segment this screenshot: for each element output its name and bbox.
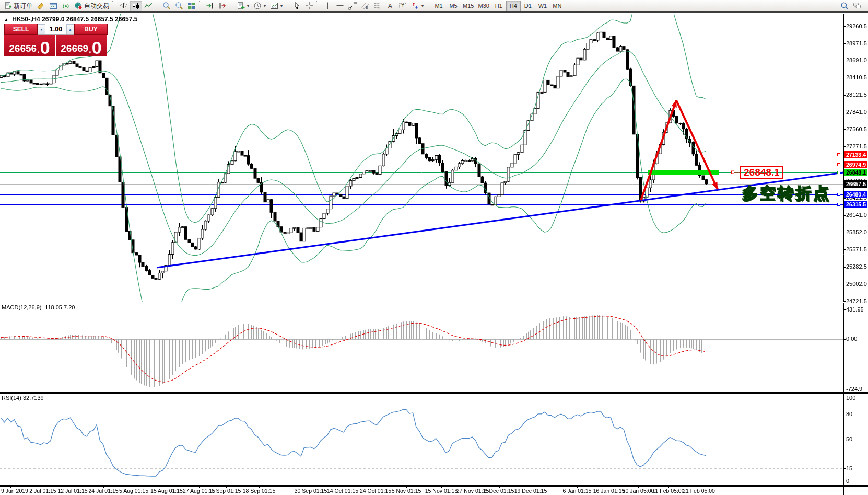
volume-input[interactable]: [45, 24, 66, 34]
time-label: 9 Dec 01:15: [485, 488, 514, 494]
time-label: 14 Oct 01:15: [327, 488, 358, 494]
chart-canvas[interactable]: [0, 0, 868, 495]
signals-icon: [62, 2, 70, 10]
svg-text:F: F: [379, 6, 381, 10]
chart-candles-icon: [132, 2, 140, 10]
time-label: 15 Nov 01:15: [425, 488, 458, 494]
time-label: 19 Dec 01:15: [514, 488, 547, 494]
price-annotation-box[interactable]: 26848.1: [740, 166, 783, 179]
new-order-button-label: 新订单: [14, 2, 32, 10]
timeframe-m15-button[interactable]: M15: [461, 1, 476, 11]
dropdown-arrow-icon: ▾: [421, 4, 424, 8]
timeframe-d1-button-label: D1: [524, 3, 532, 9]
chart-bars-icon: [119, 2, 127, 10]
volume-decrease-button[interactable]: ▼: [38, 24, 45, 34]
time-label: 18 Sep 01:15: [243, 488, 275, 494]
timeframe-w1-button[interactable]: W1: [535, 1, 550, 11]
hline-marker[interactable]: [837, 193, 840, 196]
fibonacci-button[interactable]: F: [371, 1, 384, 11]
turning-point-annotation: 多空转折点: [742, 183, 831, 204]
time-label: 21 Feb 05:00: [683, 488, 715, 494]
chart-candles-button[interactable]: [130, 1, 142, 11]
svg-text:A: A: [388, 2, 393, 10]
price-tick-label: 28691.0: [846, 57, 867, 63]
price-badge: 26315.5: [844, 201, 867, 208]
hline-marker[interactable]: [837, 171, 840, 174]
profiles-button[interactable]: [47, 1, 60, 11]
price-tick-label: 27841.0: [846, 109, 867, 115]
rsi-scale-label: 15: [846, 465, 852, 471]
timeframe-m5-button[interactable]: M5: [446, 1, 461, 11]
trendline-icon: [348, 2, 357, 10]
macd-scale-label: -724.9: [846, 386, 862, 392]
chart-line-button[interactable]: [142, 1, 155, 11]
chart-title: ▲ HK50-,H4 26799.0 26847.5 26657.5 26657…: [4, 16, 137, 23]
chat-icon: [853, 2, 861, 10]
timeframe-h4-button[interactable]: H4: [506, 1, 521, 11]
hline-marker[interactable]: [837, 153, 840, 156]
panel-separator[interactable]: [0, 485, 868, 487]
cursor-button[interactable]: [290, 1, 303, 11]
charts-profile-icon: [49, 2, 57, 10]
svg-text:T: T: [402, 3, 405, 8]
trendline-button[interactable]: [346, 1, 359, 11]
timeframe-m30-button[interactable]: M30: [476, 1, 491, 11]
chat-button[interactable]: [851, 1, 863, 11]
buy-button[interactable]: BUY: [74, 24, 108, 35]
panel-separator[interactable]: [0, 392, 868, 394]
timeframe-mn-button[interactable]: MN: [550, 1, 565, 11]
toolbar-separator: [156, 1, 158, 10]
timeframe-h1-button[interactable]: H1: [491, 1, 506, 11]
new-order-button[interactable]: 新订单: [2, 1, 34, 11]
price-badge: 26974.9: [844, 161, 867, 168]
price-tick-label: 28971.5: [846, 40, 867, 47]
indicators-button[interactable]: ▾: [234, 1, 251, 11]
cursor-icon: [292, 2, 301, 10]
zoom-in-button[interactable]: [160, 1, 173, 11]
rsi-indicator-label: RSI(14) 32.7139: [2, 395, 44, 401]
crosshair-button[interactable]: [303, 1, 315, 11]
timeframe-h1-button-label: H1: [495, 3, 502, 9]
toolbar-separator: [199, 1, 202, 10]
signals-button[interactable]: [60, 1, 72, 11]
text-tool-button[interactable]: A: [384, 1, 396, 11]
hline-marker[interactable]: [837, 203, 840, 206]
marker-tool-button[interactable]: [34, 1, 47, 11]
text-label-button[interactable]: T: [396, 1, 409, 11]
rsi-scale-label: 80: [846, 411, 852, 417]
chart-bars-button[interactable]: [117, 1, 130, 11]
timeframe-m1-button-label: M1: [435, 3, 442, 9]
vertical-line-button[interactable]: [321, 1, 334, 11]
collapse-panel-icon[interactable]: ▲: [4, 17, 8, 22]
price-tick-label: 25282.5: [846, 263, 867, 270]
chart-line-icon: [144, 2, 153, 10]
time-label: 5 Nov 01:15: [392, 488, 421, 494]
chart-shift-button[interactable]: [216, 1, 229, 11]
sell-price[interactable]: 26656.0: [4, 35, 55, 56]
search-button[interactable]: [838, 1, 851, 11]
periods-button[interactable]: ▾: [251, 1, 268, 11]
horizontal-line-button[interactable]: [334, 1, 346, 11]
auto-scroll-button[interactable]: [204, 1, 216, 11]
sell-button[interactable]: SELL: [4, 24, 38, 35]
hline-marker[interactable]: [837, 163, 840, 166]
price-tick-label: 25571.5: [846, 246, 867, 252]
buy-price[interactable]: 26669.0: [56, 35, 107, 56]
rsi-scale-label: 100: [846, 395, 855, 401]
text-label-icon: T: [398, 2, 407, 10]
tile-windows-button[interactable]: [185, 1, 198, 11]
timeframe-m1-button[interactable]: M1: [431, 1, 446, 11]
arrows-button[interactable]: ▾: [409, 1, 426, 11]
zoom-out-button[interactable]: [173, 1, 185, 11]
dropdown-arrow-icon: ▾: [247, 4, 249, 8]
templates-button[interactable]: ▾: [268, 1, 285, 11]
time-label: 2 Jul 01:15: [29, 488, 56, 494]
auto-trading-button[interactable]: 自动交易: [72, 1, 111, 11]
volume-increase-button[interactable]: ▲: [66, 24, 74, 34]
panel-separator[interactable]: [0, 302, 868, 303]
rsi-scale-label: 50: [846, 436, 852, 442]
channel-button[interactable]: E: [359, 1, 371, 11]
price-tick-label: 28410.5: [846, 74, 867, 80]
timeframe-d1-button[interactable]: D1: [521, 1, 535, 11]
toolbar-right-group: [838, 1, 863, 11]
